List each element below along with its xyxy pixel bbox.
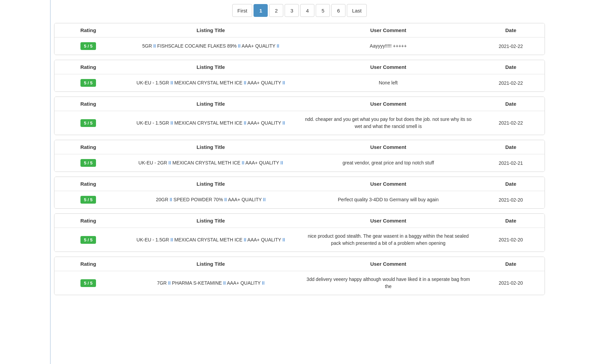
pagination: First 1 2 3 4 5 6 Last <box>54 0 545 23</box>
date-cell: 2021-02-20 <box>477 271 545 295</box>
date-cell: 2021-02-22 <box>477 37 545 55</box>
user-comment-text: great vendor, great price and top notch … <box>342 159 434 166</box>
rating-header: Rating <box>54 23 122 37</box>
user-comment-header: User Comment <box>300 177 477 191</box>
listing-title-text: 20GR II SPEED POWDER 70% II AAA+ QUALITY… <box>156 196 266 203</box>
date-cell: 2021-02-20 <box>477 191 545 208</box>
review-body: 5 / 520GR II SPEED POWDER 70% II AAA+ QU… <box>54 191 545 208</box>
highlight: II <box>170 120 173 126</box>
highlight: II <box>242 160 244 165</box>
listing-title-header: Listing Title <box>122 214 300 228</box>
date-text: 2021-02-22 <box>499 120 523 126</box>
rating-header: Rating <box>54 177 122 191</box>
review-header: RatingListing TitleUser CommentDate <box>54 23 545 37</box>
listing-title-text: UK-EU - 1.5GR II MEXICAN CRYSTAL METH IC… <box>137 236 285 243</box>
user-comment-cell: None left <box>300 74 477 92</box>
highlight: II <box>170 197 172 202</box>
date-header: Date <box>477 97 545 111</box>
highlight: II <box>170 237 173 242</box>
listing-title-cell: 7GR II PHARMA S-KETAMINE II AAA+ QUALITY… <box>122 271 300 295</box>
highlight: II <box>244 237 246 242</box>
review-body: 5 / 5UK-EU - 2GR II MEXICAN CRYSTAL METH… <box>54 154 545 172</box>
date-header: Date <box>477 23 545 37</box>
date-cell: 2021-02-22 <box>477 74 545 92</box>
review-header: RatingListing TitleUser CommentDate <box>54 257 545 271</box>
review-header: RatingListing TitleUser CommentDate <box>54 140 545 154</box>
review-card: RatingListing TitleUser CommentDate5 / 5… <box>54 213 545 252</box>
rating-cell: 5 / 5 <box>54 271 122 295</box>
listing-title-text: 5GR II FISHSCALE COCAINE FLAKES 89% II A… <box>142 43 280 50</box>
user-comment-header: User Comment <box>300 140 477 154</box>
user-comment-cell: great vendor, great price and top notch … <box>300 154 477 172</box>
listing-title-cell: 20GR II SPEED POWDER 70% II AAA+ QUALITY… <box>122 191 300 208</box>
user-comment-cell: Perfect quality 3-4DD to Germany will bu… <box>300 191 477 208</box>
date-header: Date <box>477 257 545 271</box>
date-text: 2021-02-20 <box>499 237 523 242</box>
user-comment-text: ndd. cheaper and you get what you pay fo… <box>305 116 472 130</box>
date-text: 2021-02-21 <box>499 160 523 166</box>
highlight: II <box>168 280 171 286</box>
highlight: II <box>277 43 279 49</box>
review-body: 5 / 5UK-EU - 1.5GR II MEXICAN CRYSTAL ME… <box>54 228 545 252</box>
date-cell: 2021-02-20 <box>477 228 545 252</box>
user-comment-header: User Comment <box>300 97 477 111</box>
review-body: 5 / 5UK-EU - 1.5GR II MEXICAN CRYSTAL ME… <box>54 111 545 135</box>
highlight: II <box>281 160 283 165</box>
user-comment-header: User Comment <box>300 257 477 271</box>
date-text: 2021-02-22 <box>499 80 523 86</box>
rating-badge: 5 / 5 <box>80 279 96 287</box>
user-comment-header: User Comment <box>300 23 477 37</box>
first-page-button[interactable]: First <box>232 4 252 17</box>
listing-title-header: Listing Title <box>122 97 300 111</box>
user-comment-text: Aayyyy!!!!! +++++ <box>370 43 407 50</box>
review-card: RatingListing TitleUser CommentDate5 / 5… <box>54 60 545 92</box>
date-text: 2021-02-22 <box>499 44 523 49</box>
rating-badge: 5 / 5 <box>80 159 96 167</box>
listing-title-text: UK-EU - 2GR II MEXICAN CRYSTAL METH ICE … <box>139 159 283 166</box>
listing-title-header: Listing Title <box>122 257 300 271</box>
user-comment-cell: 3dd delivery veeery happy although would… <box>300 271 477 295</box>
listing-title-header: Listing Title <box>122 60 300 74</box>
review-body: 5 / 5UK-EU - 1.5GR II MEXICAN CRYSTAL ME… <box>54 74 545 92</box>
highlight: II <box>153 43 156 49</box>
reviews-list: RatingListing TitleUser CommentDate5 / 5… <box>54 23 545 295</box>
last-page-button[interactable]: Last <box>347 4 366 17</box>
highlight: II <box>282 80 285 85</box>
rating-badge: 5 / 5 <box>80 79 96 87</box>
page-5-button[interactable]: 5 <box>316 4 330 17</box>
highlight: II <box>224 197 227 202</box>
review-card: RatingListing TitleUser CommentDate5 / 5… <box>54 177 545 209</box>
rating-cell: 5 / 5 <box>54 228 122 252</box>
rating-header: Rating <box>54 60 122 74</box>
review-header: RatingListing TitleUser CommentDate <box>54 177 545 191</box>
listing-title-cell: UK-EU - 1.5GR II MEXICAN CRYSTAL METH IC… <box>122 111 300 135</box>
listing-title-cell: 5GR II FISHSCALE COCAINE FLAKES 89% II A… <box>122 37 300 55</box>
rating-header: Rating <box>54 140 122 154</box>
rating-cell: 5 / 5 <box>54 74 122 92</box>
review-header: RatingListing TitleUser CommentDate <box>54 60 545 74</box>
rating-header: Rating <box>54 257 122 271</box>
rating-header: Rating <box>54 97 122 111</box>
review-card: RatingListing TitleUser CommentDate5 / 5… <box>54 140 545 172</box>
highlight: II <box>238 43 241 49</box>
highlight: II <box>170 80 173 85</box>
review-card: RatingListing TitleUser CommentDate5 / 5… <box>54 257 545 295</box>
listing-title-text: 7GR II PHARMA S-KETAMINE II AAA+ QUALITY… <box>157 280 264 287</box>
date-header: Date <box>477 177 545 191</box>
rating-header: Rating <box>54 214 122 228</box>
rating-cell: 5 / 5 <box>54 154 122 172</box>
user-comment-text: nice product good stealth. The gear wase… <box>305 233 472 247</box>
page-3-button[interactable]: 3 <box>285 4 299 17</box>
date-cell: 2021-02-21 <box>477 154 545 172</box>
date-text: 2021-02-20 <box>499 197 523 203</box>
rating-badge: 5 / 5 <box>80 236 96 244</box>
listing-title-text: UK-EU - 1.5GR II MEXICAN CRYSTAL METH IC… <box>137 120 285 127</box>
page-4-button[interactable]: 4 <box>300 4 314 17</box>
page-6-button[interactable]: 6 <box>331 4 345 17</box>
highlight: II <box>223 280 226 286</box>
listing-title-header: Listing Title <box>122 23 300 37</box>
user-comment-text: 3dd delivery veeery happy although would… <box>305 276 472 290</box>
review-body: 5 / 57GR II PHARMA S-KETAMINE II AAA+ QU… <box>54 271 545 295</box>
page-1-button[interactable]: 1 <box>254 4 268 17</box>
page-2-button[interactable]: 2 <box>269 4 283 17</box>
